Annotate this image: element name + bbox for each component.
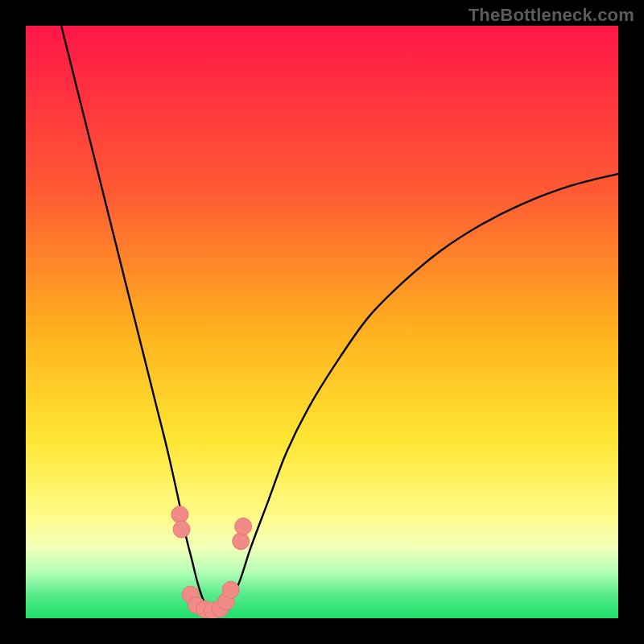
chart-svg	[26, 26, 618, 618]
gradient-background	[26, 26, 618, 618]
data-marker	[173, 521, 190, 538]
data-marker	[171, 506, 188, 523]
data-marker	[235, 518, 252, 535]
chart-plot-area	[26, 26, 618, 618]
watermark-text: TheBottleneck.com	[469, 5, 634, 26]
data-marker	[233, 533, 250, 550]
chart-frame: TheBottleneck.com	[0, 0, 644, 644]
data-marker	[222, 581, 239, 598]
